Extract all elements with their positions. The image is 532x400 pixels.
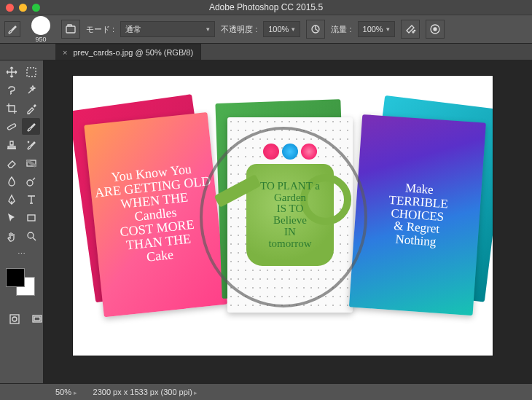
eraser-tool[interactable] [2, 154, 20, 171]
pen-icon [6, 194, 17, 205]
stamp-icon [6, 139, 17, 151]
card-1: You Know You ARE GETTING OLD WHEN THE Ca… [84, 112, 227, 317]
brush-size-value: 950 [35, 36, 46, 43]
svg-rect-12 [10, 315, 19, 323]
svg-rect-10 [28, 215, 35, 221]
airbrush-toggle[interactable] [401, 20, 420, 39]
card-3: Make TERRIBLE CHOICES & Regret Nothing [349, 114, 486, 315]
svg-rect-0 [66, 26, 75, 33]
card-1-text: You Know You ARE GETTING OLD WHEN THE Ca… [93, 161, 219, 269]
magic-wand-tool[interactable] [22, 82, 40, 98]
brush-icon [7, 23, 18, 35]
blend-mode-select[interactable]: 通常 [120, 21, 215, 37]
flowers-icon [257, 144, 323, 173]
screen-mode-icon [31, 313, 43, 325]
dodge-tool[interactable] [22, 173, 40, 189]
svg-rect-7 [7, 123, 15, 130]
document-tab[interactable]: × prev_cards-o.jpg @ 50% (RGB/8) [55, 44, 201, 60]
folder-brush-icon [65, 23, 77, 35]
eyedropper-tool[interactable] [22, 100, 40, 117]
arrow-icon [6, 212, 17, 224]
hand-tool[interactable] [2, 227, 20, 244]
card-stack-2: TO PLANT a Garden IS TO Believe IN tomor… [219, 101, 353, 327]
close-tab-icon[interactable]: × [63, 48, 67, 57]
mode-label: モード : [86, 24, 114, 35]
svg-point-11 [28, 232, 34, 238]
gradient-tool[interactable] [22, 154, 40, 171]
lasso-icon [6, 85, 17, 96]
pen-tool[interactable] [2, 191, 20, 208]
brush-panel-toggle[interactable] [61, 20, 80, 39]
svg-point-13 [12, 317, 17, 321]
bandaid-icon [6, 121, 17, 133]
pressure-for-opacity-toggle[interactable] [306, 20, 325, 39]
history-brush-icon [26, 139, 37, 151]
type-icon [26, 194, 37, 205]
svg-point-3 [414, 30, 415, 31]
move-tool[interactable] [2, 63, 20, 80]
brush-tool-icon [26, 121, 37, 133]
close-window-button[interactable] [6, 4, 14, 12]
brush-preview-icon [31, 16, 50, 35]
blur-tool[interactable] [2, 173, 20, 189]
minimize-window-button[interactable] [19, 4, 27, 12]
brush-tool[interactable] [22, 118, 40, 135]
zoom-tool[interactable] [22, 227, 40, 244]
type-tool[interactable] [22, 191, 40, 208]
card-3-text: Make TERRIBLE CHOICES & Regret Nothing [386, 181, 449, 250]
clone-stamp-tool[interactable] [2, 136, 20, 153]
svg-rect-15 [34, 317, 40, 321]
drop-icon [6, 176, 17, 187]
healing-brush-tool[interactable] [2, 118, 20, 135]
marquee-tool[interactable] [22, 63, 40, 80]
opacity-input[interactable]: 100% [263, 21, 300, 37]
flow-value: 100% [363, 25, 383, 34]
more-tools[interactable]: ⋯ [2, 246, 40, 262]
eraser-icon [6, 157, 17, 169]
opacity-value: 100% [268, 25, 289, 34]
pressure-for-size-toggle[interactable] [426, 20, 445, 39]
move-icon [6, 66, 17, 78]
marquee-icon [26, 66, 37, 78]
window-controls [6, 4, 40, 12]
tablet-pressure-opacity-icon [310, 23, 321, 35]
svg-point-2 [412, 31, 414, 33]
current-tool-indicator[interactable] [4, 21, 20, 37]
document-info[interactable]: 2300 px x 1533 px (300 ppi) [93, 388, 198, 396]
crop-icon [6, 103, 17, 114]
status-bar: 50% 2300 px x 1533 px (300 ppi) [0, 383, 532, 400]
canvas-area[interactable]: You Know You ARE GETTING OLD WHEN THE Ca… [44, 60, 532, 383]
foreground-color[interactable] [6, 268, 25, 287]
zoom-level[interactable]: 50% [55, 388, 77, 396]
card-stack-1: You Know You ARE GETTING OLD WHEN THE Ca… [73, 95, 227, 326]
options-bar: 950 モード : 通常 不透明度 : 100% 流量 : 100% [0, 15, 532, 44]
card-2-text: TO PLANT a Garden IS TO Believe IN tomor… [260, 181, 320, 250]
card-stack-3: Make TERRIBLE CHOICES & Regret Nothing [348, 97, 493, 332]
titlebar: Adobe Photoshop CC 2015.5 [0, 0, 532, 15]
main-area: ⋯ You Know You ARE GETTING OLD WHEN THE … [0, 60, 532, 383]
blend-mode-value: 通常 [125, 24, 141, 35]
svg-point-9 [27, 180, 33, 186]
color-swatch[interactable] [6, 268, 38, 297]
document-canvas[interactable]: You Know You ARE GETTING OLD WHEN THE Ca… [73, 76, 493, 356]
svg-rect-6 [27, 68, 36, 77]
hand-icon [6, 230, 17, 242]
eyedropper-icon [26, 103, 37, 114]
brush-preset-picker[interactable]: 950 [26, 16, 55, 43]
shape-tool[interactable] [22, 209, 40, 226]
quick-mask-icon [9, 313, 20, 325]
artwork-content: You Know You ARE GETTING OLD WHEN THE Ca… [73, 76, 493, 356]
crop-tool[interactable] [2, 100, 20, 117]
magnifier-icon [26, 230, 37, 242]
lasso-tool[interactable] [2, 82, 20, 98]
history-brush-tool[interactable] [22, 136, 40, 153]
document-tab-bar: × prev_cards-o.jpg @ 50% (RGB/8) [0, 44, 532, 60]
wand-icon [26, 85, 37, 96]
airbrush-icon [404, 23, 416, 35]
quick-mask-toggle[interactable] [5, 310, 23, 327]
gradient-icon [26, 157, 37, 169]
toolbox: ⋯ [0, 60, 44, 383]
path-select-tool[interactable] [2, 209, 20, 226]
zoom-window-button[interactable] [32, 4, 40, 12]
flow-input[interactable]: 100% [358, 21, 395, 37]
